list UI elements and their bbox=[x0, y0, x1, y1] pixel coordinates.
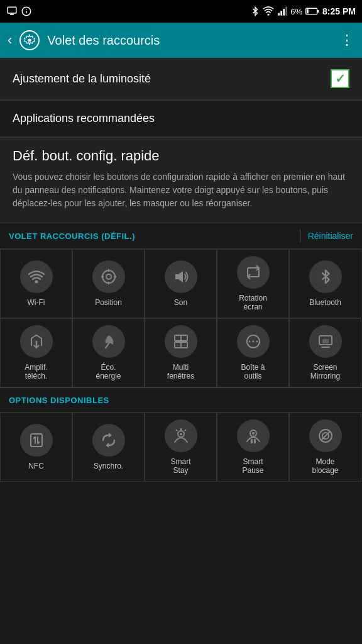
smartstay-label: Smart Stay bbox=[170, 457, 190, 475]
boite-label: Boîte à outils bbox=[241, 363, 265, 381]
svg-point-6 bbox=[268, 14, 270, 16]
svg-rect-27 bbox=[175, 342, 181, 348]
battery-percent: 6% bbox=[290, 7, 302, 16]
main-content: Ajustement de la luminosité ✓ Applicatio… bbox=[0, 58, 362, 644]
svg-rect-34 bbox=[322, 339, 329, 343]
options-disponibles-header: OPTIONS DISPONIBLES bbox=[0, 387, 362, 413]
brightness-label: Ajustement de la luminosité bbox=[13, 72, 151, 86]
quick-config-description: Vous pouvez choisir les boutons de confi… bbox=[13, 170, 349, 210]
svg-rect-25 bbox=[175, 335, 181, 341]
smartstay-icon-circle bbox=[165, 419, 197, 452]
overflow-menu-button[interactable]: ⋮ bbox=[340, 32, 354, 48]
status-right: 6% 8:25 PM bbox=[251, 6, 356, 17]
svg-rect-13 bbox=[307, 9, 309, 14]
volet-divider bbox=[300, 230, 300, 242]
brightness-checkbox[interactable]: ✓ bbox=[331, 69, 349, 88]
svg-point-14 bbox=[28, 39, 31, 42]
mode-blocage-icon-circle bbox=[309, 419, 342, 452]
icon-cell-position[interactable]: Position bbox=[72, 249, 145, 318]
icon-cell-nfc[interactable]: NFC bbox=[0, 413, 72, 482]
sync-icon bbox=[101, 432, 117, 448]
volet-header-label: VOLET RACCOURCIS (DÉFIL.) bbox=[9, 231, 292, 241]
svg-rect-8 bbox=[281, 11, 283, 15]
icon-cell-rotation[interactable]: Rotation écran bbox=[217, 249, 289, 318]
svg-rect-7 bbox=[278, 13, 280, 16]
eco-icon bbox=[101, 333, 117, 350]
son-icon-circle bbox=[165, 260, 197, 293]
icon-cell-mode-blocage[interactable]: Mode blocage bbox=[289, 413, 361, 482]
svg-marker-22 bbox=[175, 271, 183, 282]
svg-point-5 bbox=[26, 9, 27, 10]
rotation-icon bbox=[245, 264, 261, 280]
boite-icon-circle bbox=[237, 325, 270, 358]
amplif-label: Amplif. téléch. bbox=[25, 363, 48, 381]
brightness-row[interactable]: Ajustement de la luminosité ✓ bbox=[0, 58, 362, 100]
options-icon-grid: NFC Synchro. bbox=[0, 413, 362, 482]
svg-rect-12 bbox=[317, 10, 319, 13]
nfc-label: NFC bbox=[28, 462, 44, 470]
icon-cell-sync[interactable]: Synchro. bbox=[72, 413, 145, 482]
multi-icon bbox=[173, 333, 189, 350]
amplif-icon bbox=[28, 333, 45, 350]
multi-label: Multi fenêtres bbox=[167, 363, 194, 381]
wifi-icon-circle bbox=[20, 260, 53, 293]
smartstay-icon bbox=[173, 428, 189, 444]
icon-cell-multi[interactable]: Multi fenêtres bbox=[145, 318, 217, 387]
svg-point-30 bbox=[248, 340, 250, 342]
icon-cell-screen[interactable]: Screen Mirroring bbox=[289, 318, 361, 387]
apps-label: Applications recommandées bbox=[13, 112, 155, 125]
svg-line-39 bbox=[176, 430, 177, 431]
smartpause-label: Smart Pause bbox=[242, 457, 263, 475]
settings-icon bbox=[19, 30, 40, 50]
smartpause-icon bbox=[245, 428, 261, 444]
page-title: Volet des raccourcis bbox=[47, 33, 332, 48]
svg-point-42 bbox=[252, 432, 255, 435]
icon-cell-boite[interactable]: Boîte à outils bbox=[217, 318, 289, 387]
status-bar: 6% 8:25 PM bbox=[0, 0, 362, 23]
screen-mirroring-icon-circle bbox=[309, 325, 342, 358]
volet-header: VOLET RACCOURCIS (DÉFIL.) Réinitialiser bbox=[0, 223, 362, 249]
svg-point-37 bbox=[180, 433, 182, 435]
apps-row[interactable]: Applications recommandées bbox=[0, 101, 362, 137]
svg-point-17 bbox=[106, 274, 111, 279]
multi-icon-circle bbox=[165, 325, 197, 358]
position-icon-circle bbox=[92, 260, 125, 293]
volet-icon-grid: Wi-Fi Position bbox=[0, 249, 362, 387]
sync-label: Synchro. bbox=[94, 462, 123, 470]
rotation-label: Rotation écran bbox=[239, 294, 267, 312]
screen-icon bbox=[6, 6, 18, 17]
bluetooth-status-icon bbox=[251, 6, 260, 17]
quick-config-section: Déf. bout. config. rapide Vous pouvez ch… bbox=[0, 138, 362, 223]
screen-mirroring-label: Screen Mirroring bbox=[310, 363, 340, 381]
svg-point-16 bbox=[102, 270, 115, 283]
eco-icon-circle bbox=[92, 325, 125, 358]
wifi-label: Wi-Fi bbox=[28, 298, 45, 307]
info-icon bbox=[21, 6, 32, 17]
options-header-label: OPTIONS DISPONIBLES bbox=[9, 396, 109, 405]
svg-rect-44 bbox=[254, 439, 256, 443]
icon-cell-amplif[interactable]: Amplif. téléch. bbox=[0, 318, 72, 387]
icon-cell-son[interactable]: Son bbox=[145, 249, 217, 318]
svg-point-31 bbox=[252, 340, 254, 342]
header-bar: ‹ Volet des raccourcis ⋮ bbox=[0, 23, 362, 58]
icon-cell-wifi[interactable]: Wi-Fi bbox=[0, 249, 72, 318]
icon-cell-eco[interactable]: Éco. énergie bbox=[72, 318, 145, 387]
reinitialiser-button[interactable]: Réinitialiser bbox=[308, 231, 353, 241]
bluetooth-icon bbox=[319, 268, 332, 286]
svg-point-15 bbox=[35, 280, 38, 283]
mode-blocage-icon bbox=[317, 428, 334, 444]
battery-icon bbox=[305, 7, 319, 16]
icon-cell-bluetooth[interactable]: Bluetooth bbox=[289, 249, 361, 318]
eco-label: Éco. énergie bbox=[96, 363, 121, 381]
sound-icon bbox=[173, 269, 189, 285]
svg-rect-1 bbox=[10, 14, 14, 16]
mode-blocage-label: Mode blocage bbox=[312, 457, 338, 475]
status-left bbox=[6, 6, 32, 17]
back-button[interactable]: ‹ bbox=[8, 32, 12, 48]
icon-cell-smartstay[interactable]: Smart Stay bbox=[145, 413, 217, 482]
checkmark-icon: ✓ bbox=[335, 71, 346, 86]
icon-cell-smartpause[interactable]: Smart Pause bbox=[217, 413, 289, 482]
wifi-icon bbox=[28, 270, 45, 284]
svg-rect-35 bbox=[31, 434, 42, 447]
smartpause-icon-circle bbox=[237, 419, 270, 452]
